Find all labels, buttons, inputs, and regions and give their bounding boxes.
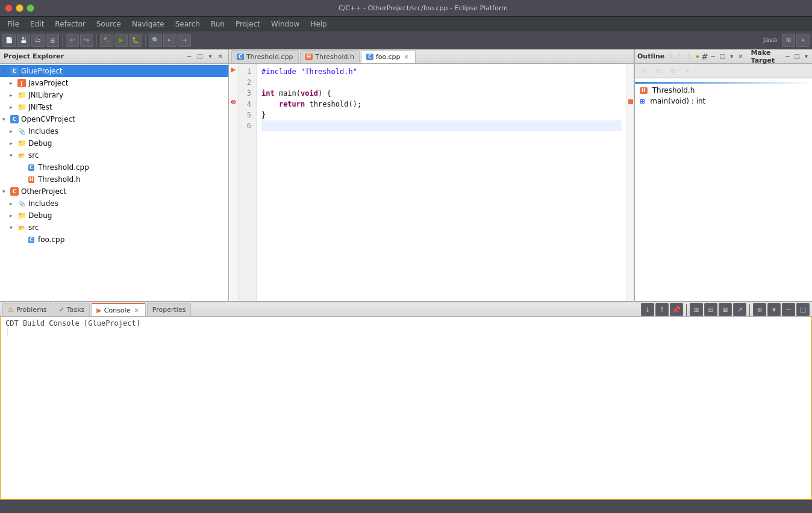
project-explorer-minimize[interactable]: ─ (186, 52, 193, 60)
console-close-view[interactable]: ─ (782, 303, 795, 316)
console-btn-5[interactable]: ⊕ (753, 303, 766, 316)
tree-item-otherproject[interactable]: C OtherProject (0, 185, 228, 197)
window-controls[interactable] (5, 4, 34, 12)
tab-tasks[interactable]: ✓ Tasks (54, 303, 90, 316)
tab-threshold-h[interactable]: H Threshold.h (300, 50, 360, 63)
status-bar (0, 500, 812, 513)
tree-item-opencv-includes[interactable]: 📎 Includes (0, 125, 228, 137)
outline-maximize[interactable]: □ (718, 52, 727, 60)
console-label: Console (104, 306, 131, 314)
outline-hide-static[interactable]: S (686, 50, 694, 63)
make-target-maximize[interactable]: □ (793, 52, 802, 60)
minimize-button[interactable] (16, 4, 23, 12)
build-button[interactable]: 🔨 (100, 34, 113, 47)
close-button[interactable] (5, 4, 13, 12)
tree-item-jnilibrary[interactable]: 📁 JNILibrary (0, 89, 228, 101)
console-maximize[interactable]: □ (796, 303, 810, 316)
console-scroll-down[interactable]: ↓ (641, 303, 654, 316)
outline-item-threshold-h[interactable]: H Threshold.h (635, 85, 812, 96)
menu-help[interactable]: Help (305, 19, 331, 30)
outline-btn-4[interactable]: ✕ (681, 64, 694, 78)
menu-project[interactable]: Project (231, 19, 265, 30)
save-all-button[interactable]: 🗂 (31, 34, 45, 47)
tree-item-other-src[interactable]: 📂 src (0, 222, 228, 234)
back-button[interactable]: ← (163, 34, 176, 47)
other-src-label: src (28, 223, 39, 232)
project-explorer-menu[interactable]: ▾ (207, 52, 214, 60)
run-button[interactable]: ▶ (114, 34, 128, 47)
menu-navigate[interactable]: Navigate (127, 19, 169, 30)
console-dropdown[interactable]: ▾ (767, 303, 781, 316)
new-button[interactable]: 📄 (2, 34, 16, 47)
other-includes-label: Includes (28, 199, 58, 208)
outline-header: Outline ⇅ F S • # ─ □ ▾ ✕ Make Target ─ … (635, 49, 812, 64)
menu-file[interactable]: File (2, 19, 24, 30)
maximize-button[interactable] (27, 4, 34, 12)
menu-run[interactable]: Run (206, 19, 230, 30)
tree-item-javaproject[interactable]: J JavaProject (0, 77, 228, 89)
console-close[interactable]: ✕ (133, 307, 140, 314)
tree-item-opencvproject[interactable]: C OpenCVProject (0, 113, 228, 125)
outline-minimize[interactable]: ─ (710, 52, 717, 60)
print-button[interactable]: 🖨 (46, 34, 59, 47)
save-button[interactable]: 💾 (17, 34, 30, 47)
code-content[interactable]: #include "Threshold.h" int main(void) { … (257, 64, 626, 301)
tree-item-glueproject[interactable]: C GlueProject (0, 65, 228, 77)
console-btn-1[interactable]: ⊞ (690, 303, 703, 316)
outline-btn-1[interactable]: ⇅ (637, 64, 651, 78)
menu-window[interactable]: Window (266, 19, 304, 30)
tree-item-other-includes[interactable]: 📎 Includes (0, 197, 228, 210)
outline-tree[interactable]: H Threshold.h ⊞ main(void) : int (635, 78, 812, 301)
tab-console[interactable]: ▶ Console ✕ (91, 303, 146, 316)
console-cursor: | (5, 328, 807, 336)
console-scroll-up[interactable]: ↑ (655, 303, 669, 316)
outline-menu[interactable]: ▾ (728, 52, 735, 60)
console-btn-4[interactable]: ↗ (733, 303, 746, 316)
menu-edit[interactable]: Edit (25, 19, 49, 30)
outline-btn-3[interactable]: ⊕ (666, 64, 679, 78)
tab-threshold-cpp-label: Threshold.cpp (246, 53, 293, 61)
outline-close[interactable]: ✕ (736, 52, 745, 60)
menu-refactor[interactable]: Refactor (50, 19, 90, 30)
tab-problems[interactable]: ⚠ Problems (2, 303, 52, 316)
foo-cpp-label: foo.cpp (38, 235, 64, 244)
forward-button[interactable]: → (178, 34, 191, 47)
tree-item-opencv-src[interactable]: 📂 src (0, 149, 228, 161)
make-target-minimize[interactable]: ─ (784, 52, 791, 60)
more-toolbar[interactable]: » (796, 34, 810, 47)
search-button[interactable]: 🔍 (149, 34, 162, 47)
redo-button[interactable]: ↪ (80, 34, 93, 47)
tab-threshold-cpp[interactable]: C Threshold.cpp (231, 50, 299, 63)
code-editor[interactable]: ▶ ⊗ 1 2 3 4 (229, 64, 634, 301)
console-btn-3[interactable]: ⊠ (719, 303, 732, 316)
tab-properties[interactable]: Properties (147, 303, 192, 316)
console-content[interactable]: CDT Build Console [GlueProject] | (0, 317, 812, 500)
outline-item-main[interactable]: ⊞ main(void) : int (635, 96, 812, 107)
console-pin[interactable]: 📌 (670, 303, 683, 316)
tab-foo-cpp-close[interactable]: ✕ (403, 54, 410, 60)
tree-item-foo-cpp[interactable]: C foo.cpp (0, 234, 228, 246)
tree-item-opencv-debug[interactable]: 📁 Debug (0, 137, 228, 149)
tree-item-threshold-cpp[interactable]: C Threshold.cpp (0, 161, 228, 173)
other-debug-label: Debug (28, 211, 52, 220)
outline-btn-2[interactable]: ⊖ (652, 64, 665, 78)
jnilibrary-icon: 📁 (17, 90, 27, 100)
console-btn-2[interactable]: ⊟ (704, 303, 717, 316)
tree-item-jnitest[interactable]: 📁 JNITest (0, 101, 228, 113)
title-bar: C/C++ - OtherProject/src/foo.cpp - Eclip… (0, 0, 812, 17)
outline-hide-fields[interactable]: F (675, 50, 684, 63)
perspective-button[interactable]: ⊞ (782, 34, 795, 47)
undo-button[interactable]: ↩ (66, 34, 79, 47)
menu-source[interactable]: Source (92, 19, 126, 30)
threshold-cpp-icon: C (27, 163, 36, 172)
tab-foo-cpp[interactable]: C foo.cpp ✕ (361, 50, 416, 63)
outline-sort-alpha[interactable]: ⇅ (666, 50, 674, 63)
tree-item-threshold-h[interactable]: H Threshold.h (0, 173, 228, 185)
project-tree[interactable]: C GlueProject J JavaProject 📁 JNILibrary (0, 64, 228, 301)
tree-item-other-debug[interactable]: 📁 Debug (0, 210, 228, 222)
make-target-menu[interactable]: ▾ (803, 52, 810, 60)
project-explorer-close[interactable]: ✕ (216, 52, 225, 60)
project-explorer-maximize[interactable]: □ (195, 52, 204, 60)
menu-search[interactable]: Search (170, 19, 205, 30)
debug-button[interactable]: 🐛 (129, 34, 142, 47)
